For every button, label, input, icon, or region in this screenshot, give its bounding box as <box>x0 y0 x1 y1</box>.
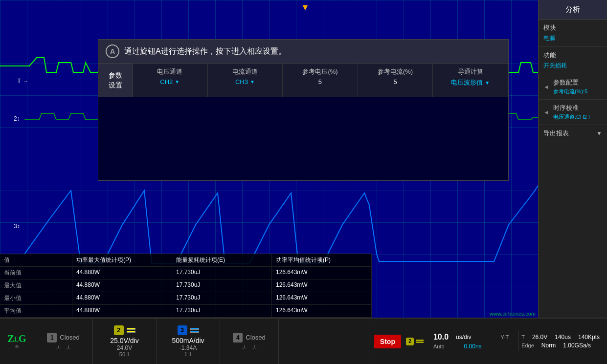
stats-header-p-avg: 功率平均值统计项(P) <box>272 254 372 266</box>
export-arrow: ▼ <box>596 130 602 137</box>
channel-2-section: 2 25.0V/div 24.0V 50:1 <box>93 319 157 364</box>
param-col-ref-current[interactable]: 参考电流(%) 5 <box>358 64 433 97</box>
popup-title: 通过旋钮A进行选择操作，按下进入相应设置。 <box>124 46 286 57</box>
param-col-value-conduction: 电压波形值 ▼ <box>451 78 490 87</box>
param-col-header-ref-voltage: 参考电压(%) <box>302 67 337 76</box>
channel-1-section: 1 Closed -/- -/- <box>34 319 93 364</box>
param-col-header-current: 电流通道 <box>232 67 258 76</box>
stats-pavg-2: 126.643mW <box>272 292 372 304</box>
trigger-time: 140us <box>555 334 571 341</box>
param-col-voltage[interactable]: 电压通道 CH2 ▼ <box>133 64 208 97</box>
channel-4-section: 4 Closed -/- -/- <box>220 319 279 364</box>
ch3-vol-div: 500mA/div <box>172 337 204 344</box>
time-calibrate-item[interactable]: ◄ 时序校准 电压通道:CH2 I <box>539 100 607 125</box>
param-label: 参数设置 <box>98 64 133 97</box>
stats-energy-2: 17.730uJ <box>172 292 272 304</box>
power-label: 电源 <box>543 34 602 43</box>
param-col-current[interactable]: 电流通道 CH3 ▼ <box>208 64 283 97</box>
stats-row-3: 平均值 44.880W 17.730uJ 126.643mW <box>0 305 372 318</box>
popup-dialog: A 通过旋钮A进行选择操作，按下进入相应设置。 参数设置 电压通道 CH2 ▼ … <box>98 39 509 181</box>
bottom-right-info: 10.0 us/div Y-T Auto 0.00ns <box>428 330 514 352</box>
sample-rate: 1.00GSa/s <box>563 342 591 349</box>
stop-button[interactable]: Stop <box>374 335 401 348</box>
trigger-info: T 26.0V 140us 140Kpts Edge Norm 1.00GSa/… <box>518 331 602 351</box>
function-label: 功能 <box>543 51 602 60</box>
ch1-status: Closed <box>60 334 79 341</box>
stats-row-1: 最大值 44.880W 17.730uJ 126.643mW <box>0 279 372 292</box>
param-config-arrow: ◄ <box>543 84 549 90</box>
right-panel-module: 模块 电源 <box>539 20 607 47</box>
stats-pmax-2: 44.880W <box>72 292 172 304</box>
trigger-pts: 140Kpts <box>578 334 600 341</box>
param-col-value-ref-current: 5 <box>393 78 397 86</box>
ch3-badge: 3 <box>178 325 187 335</box>
stats-pmax-3: 44.880W <box>72 305 172 317</box>
ch4-sub1: -/- <box>242 344 247 350</box>
ch3-scale: 1:1 <box>184 351 192 357</box>
popup-content <box>98 97 508 180</box>
stats-pavg-0: 126.643mW <box>272 267 372 279</box>
stats-pavg-1: 126.643mW <box>272 279 372 292</box>
time-div-value: 10.0 <box>433 333 449 342</box>
ch1-sub2: -/- <box>66 344 71 350</box>
time-calibrate-sub: 电压通道:CH2 I <box>553 113 602 121</box>
popup-header: A 通过旋钮A进行选择操作，按下进入相应设置。 <box>98 40 508 64</box>
module-label: 模块 <box>543 23 602 32</box>
toolbar-spacer <box>279 319 369 364</box>
ch3-current: -1.34A <box>180 344 197 351</box>
param-col-header-voltage: 电压通道 <box>157 67 182 76</box>
edge-type-label: Edge <box>521 343 534 348</box>
ch2-marker: 2↕ <box>14 115 20 122</box>
time-calibrate-text: 时序校准 <box>553 104 602 112</box>
ch2-badge: 2 <box>114 325 124 335</box>
popup-icon: A <box>106 44 119 58</box>
bottom-toolbar: ZLG ® 1 Closed -/- -/- 2 25.0V/div 24.0V… <box>0 318 607 364</box>
param-col-value-ref-voltage: 5 <box>318 78 322 86</box>
export-report-item[interactable]: 导出报表 ▼ <box>539 125 607 142</box>
right-panel-title: 分析 <box>539 0 607 20</box>
stats-header-label: 值 <box>0 254 72 266</box>
param-config-item[interactable]: ◄ 参数配置 参考电流(%):5 <box>539 74 607 100</box>
oscilloscope-display: ▼ T → 2↕ 3↕ A 通过旋钮A进行选择操作，按下进入相应设置。 参数设置… <box>0 0 538 318</box>
time-div-unit: us/div <box>456 334 471 341</box>
stats-energy-0: 17.730uJ <box>172 267 272 279</box>
channel-3-section: 3 500mA/div -1.34A 1:1 <box>157 319 220 364</box>
ch3-marker: 3↕ <box>14 222 20 230</box>
ch2-trigger-badge: 2 <box>406 338 414 345</box>
param-col-value-voltage: CH2 ▼ <box>160 78 180 86</box>
param-col-conduction-calc[interactable]: 导通计算 电压波形值 ▼ <box>433 64 508 97</box>
param-config-text: 参数配置 <box>553 78 602 87</box>
right-panel: 分析 模块 电源 功能 开关损耗 ◄ 参数配置 参考电流(%):5 ◄ 时序校准… <box>538 0 607 318</box>
stats-label-2: 最小值 <box>0 292 72 304</box>
stop-section: Stop 2 10.0 us/div Y-T Auto 0.00ns <box>369 319 607 364</box>
trigger-arrow: ▼ <box>301 2 310 13</box>
ch2-indicator-group: 2 <box>406 338 424 345</box>
ch1-badge: 1 <box>47 333 57 343</box>
stats-row-0: 当前值 44.880W 17.730uJ 126.643mW <box>0 267 372 279</box>
time-calibrate-arrow: ◄ <box>543 109 549 116</box>
ch4-badge: 4 <box>233 333 243 343</box>
stats-label-3: 平均值 <box>0 305 72 317</box>
stats-header-p-max: 功率最大值统计项(P) <box>72 254 172 266</box>
y-t-label: Y-T <box>500 334 509 340</box>
param-table: 参数设置 电压通道 CH2 ▼ 电流通道 CH3 ▼ 参考电压(%) 5 <box>98 64 508 97</box>
param-col-ref-voltage[interactable]: 参考电压(%) 5 <box>283 64 358 97</box>
param-config-sub: 参考电流(%):5 <box>553 88 602 95</box>
offset-val: 0.00ns <box>464 343 482 350</box>
param-col-header-ref-current: 参考电流(%) <box>378 67 413 76</box>
toolbar-logo: ZLG ® <box>0 319 34 364</box>
trigger-volt: 26.0V <box>532 334 547 341</box>
auto-label: Auto <box>433 343 445 349</box>
stats-energy-1: 17.730uJ <box>172 279 272 292</box>
stats-pavg-3: 126.643mW <box>272 305 372 317</box>
ch4-sub2: -/- <box>252 344 257 350</box>
switch-loss-label: 开关损耗 <box>543 62 602 70</box>
right-panel-function: 功能 开关损耗 <box>539 47 607 74</box>
norm-label: Norm <box>541 342 556 349</box>
stats-label-1: 最大值 <box>0 279 72 292</box>
stats-label-0: 当前值 <box>0 267 72 279</box>
ch4-status: Closed <box>246 334 265 341</box>
t-marker: T → <box>17 77 28 85</box>
param-col-value-current: CH3 ▼ <box>235 78 255 86</box>
stats-pmax-1: 44.880W <box>72 279 172 292</box>
